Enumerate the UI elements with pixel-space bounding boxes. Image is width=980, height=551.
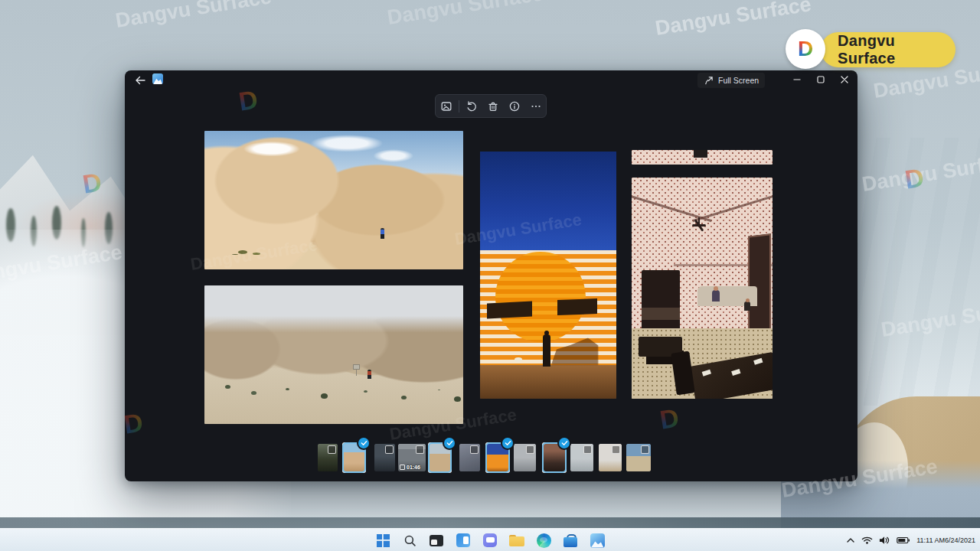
task-view-button[interactable]	[426, 530, 446, 550]
checkbox-icon[interactable]	[612, 445, 620, 454]
photo-detail	[753, 358, 763, 365]
photo-figure	[712, 290, 720, 302]
delete-button[interactable]	[484, 98, 502, 115]
wifi-icon	[861, 536, 873, 545]
check-icon[interactable]	[358, 438, 369, 448]
film-icon	[400, 465, 405, 470]
check-icon[interactable]	[502, 438, 513, 448]
photo-detail	[495, 252, 586, 342]
checkbox-icon[interactable]	[328, 445, 336, 454]
titlebar[interactable]: Full Screen	[125, 70, 858, 90]
maximize-icon	[817, 76, 825, 83]
photo-detail	[225, 385, 230, 389]
speaker-icon	[879, 536, 890, 545]
info-button[interactable]	[505, 98, 524, 115]
edge-button[interactable]	[534, 530, 554, 550]
checkbox-icon[interactable]	[583, 445, 592, 454]
volume-button[interactable]	[879, 536, 890, 545]
photo-detail	[487, 302, 532, 319]
checkbox-icon[interactable]	[416, 445, 424, 454]
photo-detail	[480, 365, 616, 399]
search-button[interactable]	[400, 530, 420, 550]
brand-badge: Dangvu Surface D	[786, 29, 959, 70]
tray-date: 6/24/2021	[945, 536, 975, 545]
edge-icon	[537, 533, 551, 548]
filmstrip-thumb[interactable]	[318, 444, 338, 471]
file-explorer-button[interactable]	[507, 530, 527, 550]
hidden-icons-button[interactable]	[846, 537, 855, 543]
filmstrip-thumb[interactable]	[599, 444, 622, 471]
image-icon	[440, 100, 452, 112]
photo-desert-rocks[interactable]	[204, 131, 463, 269]
filmstrip: 01:46	[309, 438, 668, 474]
photo-desert-landscape[interactable]	[204, 285, 463, 424]
desktop: Dangvu Surface Dangvu Surface Dangvu Sur…	[0, 0, 980, 551]
battery-button[interactable]	[897, 536, 910, 544]
checkbox-icon[interactable]	[641, 445, 649, 454]
arrow-left-icon	[134, 74, 146, 86]
photos-taskbar-button[interactable]	[587, 530, 607, 550]
photos-window: Full Screen	[125, 70, 858, 481]
widgets-button[interactable]	[453, 530, 473, 550]
checkbox-icon[interactable]	[470, 445, 479, 454]
minimize-button[interactable]	[785, 70, 808, 89]
photo-detail	[353, 364, 360, 370]
check-icon[interactable]	[559, 438, 570, 448]
edit-image-button[interactable]	[437, 98, 456, 115]
clock[interactable]: 11:11 AM 6/24/2021	[916, 536, 975, 545]
photo-partial-strip[interactable]	[632, 150, 773, 165]
chat-icon	[483, 533, 497, 547]
windows-logo-icon	[377, 534, 390, 547]
photo-detail	[748, 233, 771, 334]
photo-detail	[702, 369, 711, 376]
brand-d-icon: D	[798, 37, 813, 61]
brand-badge-label: Dangvu Surface	[838, 32, 956, 67]
filmstrip-thumb-selected[interactable]	[428, 442, 452, 473]
photo-detail	[480, 152, 616, 250]
photo-figure	[368, 370, 371, 379]
task-view-icon	[430, 535, 443, 546]
start-button[interactable]	[373, 530, 393, 550]
system-tray: 11:11 AM 6/24/2021	[846, 529, 975, 551]
check-icon[interactable]	[444, 438, 455, 448]
filmstrip-thumb-selected[interactable]	[342, 442, 366, 473]
checkbox-icon[interactable]	[526, 445, 534, 454]
maximize-button[interactable]	[808, 70, 832, 89]
photo-restaurant[interactable]	[632, 178, 773, 399]
filmstrip-thumb[interactable]	[459, 444, 480, 471]
filmstrip-thumb[interactable]	[626, 444, 651, 471]
see-more-button[interactable]	[527, 98, 545, 115]
wallpaper-streaks	[842, 138, 980, 406]
ellipsis-icon	[530, 100, 542, 112]
photo-detail	[238, 250, 247, 254]
filmstrip-thumb[interactable]	[374, 444, 395, 471]
rotate-button[interactable]	[462, 98, 481, 115]
window-controls	[785, 70, 856, 89]
photo-detail	[692, 193, 773, 221]
expand-icon	[704, 76, 714, 86]
chevron-up-icon	[846, 537, 855, 543]
filmstrip-thumb-selected[interactable]	[542, 442, 567, 473]
checkbox-icon[interactable]	[385, 445, 394, 454]
photo-orange-mural[interactable]	[480, 152, 616, 399]
toolbar-separator	[459, 100, 459, 112]
chat-button[interactable]	[480, 530, 500, 550]
video-duration: 01:46	[400, 465, 420, 470]
rotate-icon	[466, 100, 478, 112]
store-button[interactable]	[560, 530, 580, 550]
filmstrip-thumb-selected[interactable]	[485, 442, 510, 473]
photo-detail	[514, 357, 522, 362]
photos-app-icon	[152, 73, 163, 84]
full-screen-button[interactable]: Full Screen	[697, 73, 765, 88]
watermark-text: Dangvu Surface	[386, 0, 545, 30]
wifi-button[interactable]	[861, 536, 873, 545]
filmstrip-thumb[interactable]	[570, 444, 593, 471]
widgets-icon	[456, 533, 470, 547]
close-button[interactable]	[832, 70, 856, 89]
folder-icon	[509, 535, 524, 546]
battery-icon	[897, 536, 910, 544]
taskbar-center	[373, 529, 607, 551]
filmstrip-thumb[interactable]	[514, 444, 536, 471]
filmstrip-thumb-video[interactable]: 01:46	[398, 444, 426, 471]
back-button[interactable]	[131, 73, 149, 88]
